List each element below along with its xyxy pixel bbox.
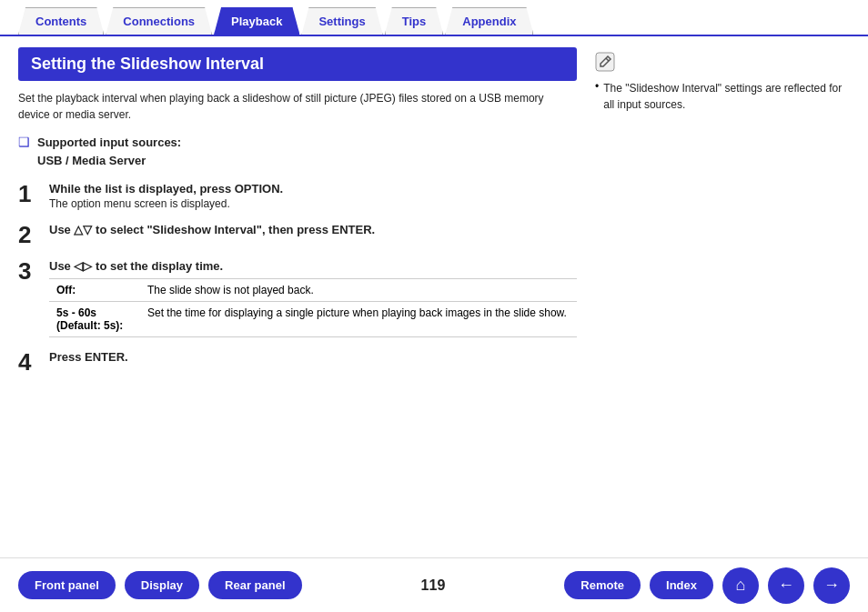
table-row: 5s - 60s(Default: 5s): Set the time for … [49,302,577,337]
step-4-instruction: Press ENTER. [49,350,577,364]
right-panel: • The "Slideshow Interval" settings are … [595,47,850,528]
step-2-content: Use △▽ to select "Slideshow Interval", t… [49,223,577,238]
bottom-nav-left: Front panel Display Rear panel [18,571,302,599]
bottom-navigation: Front panel Display Rear panel 119 Remot… [0,557,868,612]
step-2: 2 Use △▽ to select "Slideshow Interval",… [18,223,577,246]
supported-sources-text: Supported input sources: USB / Media Ser… [37,134,181,169]
note-section: • The "Slideshow Interval" settings are … [595,80,850,113]
step-1-instruction: While the list is displayed, press OPTIO… [49,182,577,196]
tab-settings[interactable]: Settings [301,7,382,35]
step-4: 4 Press ENTER. [18,350,577,374]
front-panel-button[interactable]: Front panel [18,571,116,599]
top-navigation: Contents Connections Playback Settings T… [0,0,868,36]
tab-connections[interactable]: Connections [106,7,212,35]
step-3: 3 Use ◁▷ to set the display time. Off: T… [18,259,577,337]
tab-playback[interactable]: Playback [214,7,299,35]
table-row: Off: The slide show is not played back. [49,279,577,302]
table-cell-label-5s: 5s - 60s(Default: 5s): [49,302,140,337]
supported-sources: ❑ Supported input sources: USB / Media S… [18,134,577,169]
step-3-number: 3 [18,259,40,283]
table-cell-label-off: Off: [49,279,140,302]
home-button[interactable]: ⌂ [722,567,759,604]
forward-button[interactable]: → [813,567,850,604]
table-cell-value-5s: Set the time for displaying a single pic… [140,302,577,337]
main-content: Setting the Slideshow Interval Set the p… [0,36,868,539]
note-icon [595,52,850,75]
page-title: Setting the Slideshow Interval [18,47,577,81]
settings-table: Off: The slide show is not played back. … [49,278,577,337]
back-button[interactable]: ← [768,567,804,604]
step-2-instruction: Use △▽ to select "Slideshow Interval", t… [49,223,577,236]
step-2-number: 2 [18,223,40,246]
step-4-content: Press ENTER. [49,350,577,366]
bottom-nav-right: Remote Index ⌂ ← → [564,567,850,604]
step-3-instruction: Use ◁▷ to set the display time. [49,259,577,273]
tab-appendix[interactable]: Appendix [445,7,533,35]
svg-rect-0 [596,53,614,71]
index-button[interactable]: Index [650,571,713,599]
table-cell-value-off: The slide show is not played back. [140,279,577,302]
step-3-content: Use ◁▷ to set the display time. Off: The… [49,259,577,337]
intro-text: Set the playback interval when playing b… [18,90,577,123]
step-1-content: While the list is displayed, press OPTIO… [49,182,577,210]
step-1: 1 While the list is displayed, press OPT… [18,182,577,210]
checkbox-icon: ❑ [18,135,30,149]
tab-contents[interactable]: Contents [18,7,104,35]
page-number: 119 [421,577,446,594]
tab-tips[interactable]: Tips [385,7,444,35]
step-4-number: 4 [18,350,40,374]
display-button[interactable]: Display [125,571,199,599]
remote-button[interactable]: Remote [564,571,641,599]
left-panel: Setting the Slideshow Interval Set the p… [18,47,577,528]
note-text: The "Slideshow Interval" settings are re… [603,80,850,113]
step-1-sub: The option menu screen is displayed. [49,197,577,210]
rear-panel-button[interactable]: Rear panel [208,571,301,599]
step-1-number: 1 [18,182,40,206]
bullet-symbol: • [595,80,599,113]
